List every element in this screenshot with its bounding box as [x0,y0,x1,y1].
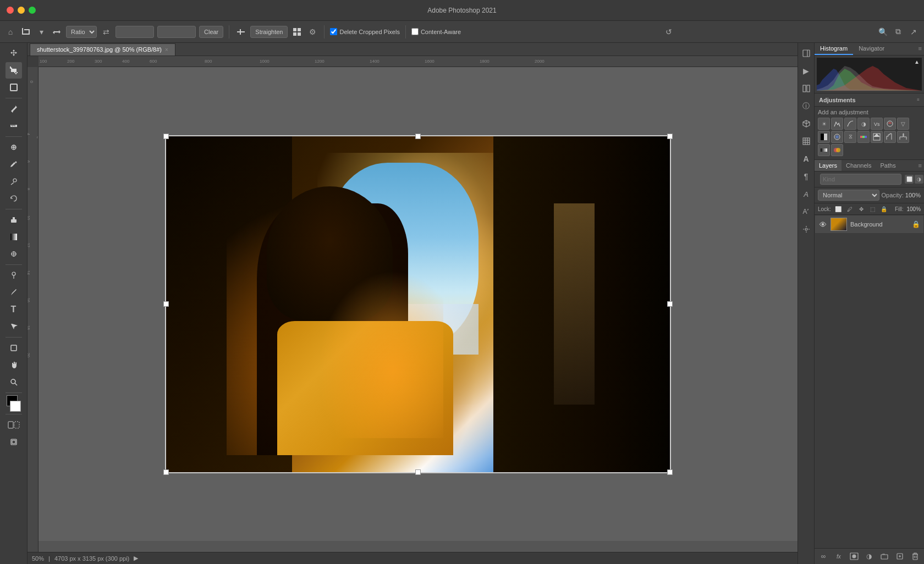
background-color[interactable] [10,401,21,412]
selective-color-icon[interactable] [831,144,843,156]
grid-icon[interactable] [291,26,303,38]
lock-transparent-icon[interactable]: ⬜ [834,204,843,213]
screen-mode-tool[interactable] [6,434,22,450]
delete-layer-icon[interactable] [910,551,921,562]
height-input[interactable] [157,26,196,38]
dropdown-arrow[interactable]: ▾ [35,26,47,38]
hand-tool[interactable] [6,357,22,373]
text-tool-right[interactable]: A [798,151,815,167]
crop-handle-bm[interactable] [415,469,421,475]
lock-all-icon[interactable]: 🔒 [880,204,888,213]
layer-visibility-icon[interactable] [818,220,827,229]
play-button[interactable]: ▶ [798,63,815,79]
delete-cropped-checkbox[interactable]: Delete Cropped Pixels [330,28,399,35]
lock-position-icon[interactable]: ✥ [857,204,866,213]
color-lookup-icon[interactable] [857,131,870,143]
paragraph-tool[interactable]: ¶ [798,168,815,185]
fill-value[interactable]: 100% [906,206,921,212]
quick-mask-tool[interactable] [6,417,22,433]
blend-mode-select[interactable]: Normal [818,190,879,201]
tab-paths[interactable]: Paths [876,160,900,171]
minimize-button[interactable] [18,7,25,14]
ratio-select[interactable]: Ratio [66,26,97,38]
vibrance-icon[interactable]: Vs [871,118,883,130]
clone-stamp-tool[interactable] [6,173,22,190]
filter-pixel-icon[interactable]: ⬜ [905,175,914,184]
maximize-button[interactable] [29,7,36,14]
photo-filter-icon[interactable] [831,131,843,143]
new-group-icon[interactable] [879,551,890,562]
invert-icon[interactable] [871,131,883,143]
history-brush-tool[interactable] [6,190,22,207]
exposure-icon[interactable]: ◑ [857,118,870,130]
color-swatches[interactable] [6,395,22,412]
dodge-tool[interactable] [6,267,22,284]
status-arrow[interactable]: ▶ [134,555,138,562]
new-layer-icon[interactable] [894,551,905,562]
crop-handle-lm[interactable] [163,301,169,307]
settings-icon[interactable]: ⚙ [306,26,318,38]
straighten-button[interactable]: Straighten [250,26,288,38]
rectangle-tool[interactable] [6,340,22,356]
info-button[interactable]: ⓘ [798,98,815,114]
bw-icon[interactable] [818,131,830,143]
lock-image-icon[interactable]: 🖊 [846,204,854,213]
character-tool[interactable]: A [798,186,815,202]
path-selection-tool[interactable] [6,318,22,335]
adjustments-header[interactable]: Adjustments ≡ [815,93,924,107]
content-aware-checkbox[interactable]: Content-Aware [411,28,461,35]
width-input[interactable] [116,26,154,38]
window-controls[interactable] [7,7,36,14]
straighten-icon[interactable] [235,26,247,38]
crop-handle-tm[interactable] [415,134,421,139]
spot-healing-tool[interactable] [6,139,22,156]
pen-tool[interactable] [6,284,22,301]
crop-tool[interactable] [6,62,22,79]
panel-toggle-right[interactable] [798,45,815,62]
crop-handle-tr[interactable] [667,134,673,139]
adjustment-layer-icon[interactable]: ◑ [864,551,875,562]
crop-handle-tl[interactable] [163,134,169,139]
filter-adjustment-icon[interactable]: ◑ [915,175,923,184]
undo-icon[interactable]: ↺ [663,26,675,38]
tab-histogram[interactable]: Histogram [815,43,853,55]
comparison-view[interactable] [798,80,815,97]
home-button[interactable]: ⌂ [4,26,16,38]
blur-tool[interactable] [6,246,22,262]
glyph-tool[interactable]: Aʼ [798,203,815,220]
frame-tool[interactable] [6,79,22,96]
color-balance-icon[interactable]: ▽ [897,118,909,130]
document-tab[interactable]: shutterstock_399780763.jpg @ 50% (RGB/8#… [30,43,175,56]
search-icon[interactable]: 🔍 [877,26,889,38]
lock-artboard-icon[interactable]: ⬚ [868,204,877,213]
panel-toggle-icon[interactable]: ⧉ [892,26,904,38]
fx-icon[interactable]: fx [833,551,844,562]
opacity-value[interactable]: 100% [905,192,921,198]
ruler-tool[interactable] [6,118,22,134]
link-layers-icon[interactable]: ∞ [818,551,829,562]
layer-background[interactable]: Background 🔒 [815,215,924,234]
exchange-icon[interactable] [51,26,63,38]
clear-button[interactable]: Clear [199,26,223,38]
channel-mixer-icon[interactable]: ⧖ [844,131,856,143]
tab-navigator[interactable]: Navigator [853,43,890,55]
gradient-map-icon[interactable] [818,144,830,156]
tab-channels[interactable]: Channels [842,160,876,171]
posterize-icon[interactable] [884,131,896,143]
crop-handle-br[interactable] [667,469,673,475]
properties-panel[interactable] [798,221,815,237]
levels-icon[interactable] [831,118,843,130]
eyedropper-tool[interactable] [6,101,22,117]
tab-close-button[interactable]: × [165,47,168,53]
brush-tool[interactable] [6,156,22,173]
curves-icon[interactable] [844,118,856,130]
crop-handle-rm[interactable] [667,301,673,307]
crop-handle-bl[interactable] [163,469,169,475]
swap-icon[interactable]: ⇄ [100,26,112,38]
move-tool[interactable] [6,45,22,62]
close-button[interactable] [7,7,14,14]
zoom-tool[interactable] [6,374,22,390]
threshold-icon[interactable] [897,131,909,143]
brightness-contrast-icon[interactable]: ☀ [818,118,830,130]
layers-menu[interactable]: ≡ [916,160,924,171]
